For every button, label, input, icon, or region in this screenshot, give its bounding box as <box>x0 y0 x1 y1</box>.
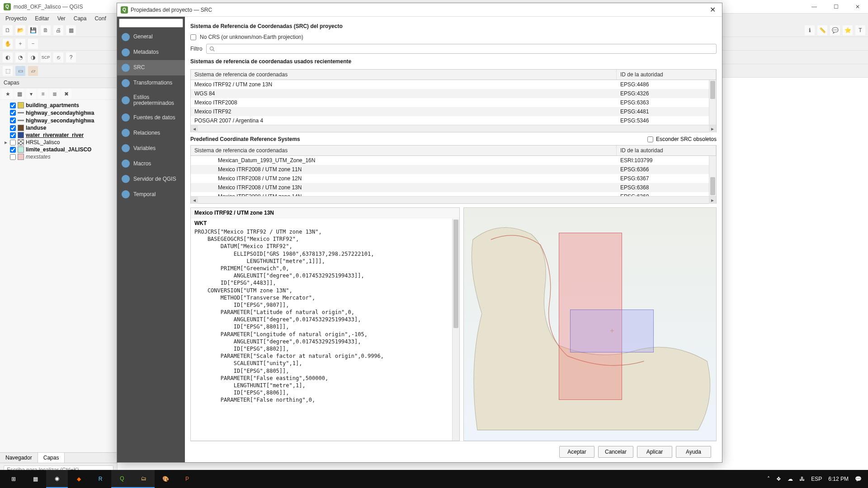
crs-row[interactable]: POSGAR 2007 / Argentina 4EPSG:5346 <box>191 116 716 125</box>
maximize-button[interactable]: ☐ <box>829 4 843 10</box>
crs-row[interactable]: WGS 84EPSG:4326 <box>191 89 716 98</box>
crs-row[interactable]: Mexico ITRF2008 / UTM zone 11NEPSG:6366 <box>191 165 716 174</box>
crs-row[interactable]: Mexico ITRF92 / UTM zone 13NEPSG:4486 <box>191 80 716 89</box>
layer-item[interactable]: limite_estadual_JALISCO <box>3 146 114 153</box>
col-crs-header[interactable]: Sistema de referencia de coordenadas <box>191 70 617 80</box>
dropbox-icon[interactable]: ❖ <box>776 476 781 482</box>
nav-item-estilos-predeterminados[interactable]: Estilos predeterminados <box>117 91 185 110</box>
nav-item-src[interactable]: SRC <box>117 60 185 75</box>
layout-manager-icon[interactable]: ▦ <box>66 25 76 35</box>
layer-visibility-checkbox[interactable] <box>10 140 16 145</box>
layer-item[interactable]: highway_secondayhighwa <box>3 117 114 124</box>
crs-row[interactable]: Mexico ITRF2008 / UTM zone 12NEPSG:6367 <box>191 174 716 183</box>
clock[interactable]: 6:12 PM <box>828 476 849 482</box>
print-layout-icon[interactable]: 🖨 <box>53 25 63 35</box>
open-project-icon[interactable]: 📂 <box>15 25 25 35</box>
layer-item[interactable]: building_apartments <box>3 102 114 109</box>
expand-all-icon[interactable]: ≡ <box>38 89 48 99</box>
tray-expand-icon[interactable]: ˄ <box>767 476 770 482</box>
filter-legend-icon[interactable]: ▾ <box>26 89 36 99</box>
bookmark-icon[interactable]: ⭐ <box>843 25 853 35</box>
crs-row[interactable]: Mexico ITRF92EPSG:4481 <box>191 107 716 116</box>
menu-editar[interactable]: Editar <box>31 14 52 23</box>
tool-e-icon[interactable]: ⎋ <box>53 52 63 62</box>
qgis-taskbar-icon[interactable]: Q <box>111 470 133 488</box>
select-rect-icon[interactable]: ▭ <box>15 66 25 76</box>
nav-item-general[interactable]: General <box>117 29 185 45</box>
layer-visibility-checkbox[interactable] <box>10 132 16 138</box>
layer-item[interactable]: landuse <box>3 124 114 131</box>
dialog-search-input[interactable] <box>119 19 183 28</box>
powerpoint-icon[interactable]: P <box>176 470 198 488</box>
nav-item-relaciones[interactable]: Relaciones <box>117 125 185 141</box>
nav-item-transformations[interactable]: Transformations <box>117 75 185 91</box>
paint-icon[interactable]: 🎨 <box>155 470 176 488</box>
wkt-text[interactable]: PROJCRS["Mexico ITRF92 / UTM zone 13N", … <box>191 228 459 441</box>
close-button[interactable]: ✕ <box>851 4 864 10</box>
dialog-titlebar[interactable]: Q Propiedades del proyecto — SRC ✕ <box>117 3 722 17</box>
crs-filter-input[interactable] <box>206 44 717 54</box>
scrollbar-vertical[interactable] <box>709 80 716 125</box>
col-crs-header[interactable]: Sistema de referencia de coordenadas <box>191 145 617 155</box>
crs-row[interactable]: Mexico ITRF2008EPSG:6363 <box>191 98 716 107</box>
select-icon[interactable]: ⬚ <box>3 66 13 76</box>
help-icon[interactable]: ? <box>66 52 76 62</box>
crs-row[interactable]: Mexico ITRF2008 / UTM zone 13NEPSG:6368 <box>191 183 716 192</box>
scp-icon[interactable]: SCP <box>41 52 51 62</box>
layer-visibility-checkbox[interactable] <box>10 147 16 153</box>
minimize-button[interactable]: — <box>807 4 821 10</box>
apply-button[interactable]: Aplicar <box>637 446 672 458</box>
start-button[interactable]: ⊞ <box>3 470 24 488</box>
expand-icon[interactable]: ▸ <box>4 139 8 145</box>
cancel-button[interactable]: Cancelar <box>598 446 633 458</box>
tab-capas[interactable]: Capas <box>38 453 65 463</box>
task-view-icon[interactable]: ▦ <box>24 470 46 488</box>
collapse-all-icon[interactable]: ≣ <box>50 89 60 99</box>
save-project-icon[interactable]: 💾 <box>28 25 38 35</box>
menu-proyecto[interactable]: Proyecto <box>2 14 30 23</box>
zoom-in-icon[interactable]: ＋ <box>15 39 25 49</box>
notifications-icon[interactable]: 💬 <box>855 476 862 482</box>
scrollbar-vertical[interactable] <box>709 156 716 196</box>
scrollbar-vertical[interactable] <box>452 219 459 441</box>
language-indicator[interactable]: ESP <box>811 476 822 482</box>
layer-item[interactable]: water_riverwater_river <box>3 131 114 139</box>
layer-item[interactable]: highway_secondayhighwa <box>3 109 114 117</box>
dialog-close-button[interactable]: ✕ <box>707 5 718 14</box>
text-annotation-icon[interactable]: T <box>855 25 865 35</box>
chrome-icon[interactable]: ◉ <box>46 470 68 488</box>
new-project-icon[interactable]: 🗋 <box>3 25 13 35</box>
identify-icon[interactable]: ℹ <box>805 25 815 35</box>
save-as-icon[interactable]: 🗎 <box>41 25 51 35</box>
nav-item-fuentes-de-datos[interactable]: Fuentes de datos <box>117 110 185 125</box>
layer-visibility-checkbox[interactable] <box>10 117 16 123</box>
scrollbar-horizontal[interactable] <box>191 196 716 203</box>
select-poly-icon[interactable]: ▱ <box>28 66 38 76</box>
add-group-icon[interactable]: ▦ <box>14 89 24 99</box>
col-auth-header[interactable]: ID de la autoridad <box>617 70 716 80</box>
network-icon[interactable]: 🖧 <box>799 476 805 482</box>
crs-row[interactable]: Mexico ITRF2008 / UTM zone 14NEPSG:6369 <box>191 192 716 196</box>
menu-ver[interactable]: Ver <box>54 14 69 23</box>
layer-visibility-checkbox[interactable] <box>10 103 16 108</box>
zoom-out-icon[interactable]: － <box>28 39 38 49</box>
help-button[interactable]: Ayuda <box>676 446 711 458</box>
layer-item[interactable]: mexstates <box>3 153 114 160</box>
nav-item-variables[interactable]: Variables <box>117 141 185 156</box>
remove-layer-icon[interactable]: ✖ <box>61 89 71 99</box>
pan-icon[interactable]: ✋ <box>3 39 13 49</box>
layers-list[interactable]: building_apartmentshighway_secondayhighw… <box>0 100 117 452</box>
style-manager-icon[interactable]: ★ <box>3 89 13 99</box>
crs-extent-map[interactable]: + <box>463 207 717 441</box>
rstudio-icon[interactable]: R <box>90 470 111 488</box>
nav-item-temporal[interactable]: Temporal <box>117 187 185 202</box>
menu-capa[interactable]: Capa <box>70 14 90 23</box>
ok-button[interactable]: Aceptar <box>559 446 594 458</box>
brave-icon[interactable]: ◆ <box>68 470 90 488</box>
nav-item-metadatos[interactable]: Metadatos <box>117 45 185 60</box>
scrollbar-horizontal[interactable] <box>191 125 716 132</box>
tool-a-icon[interactable]: ◐ <box>3 52 13 62</box>
crs-row[interactable]: Mexican_Datum_1993_UTM_Zone_16NESRI:1037… <box>191 156 716 165</box>
tool-b-icon[interactable]: ◔ <box>15 52 25 62</box>
col-auth-header[interactable]: ID de la autoridad <box>617 145 716 155</box>
